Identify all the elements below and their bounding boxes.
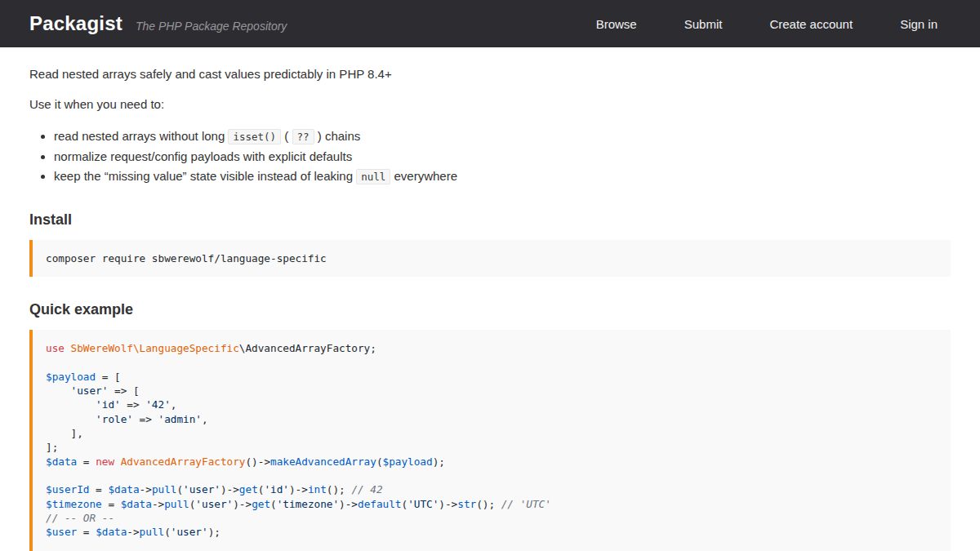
intro-paragraph: Read nested arrays safely and cast value…: [29, 65, 951, 84]
feature-list-item: read nested arrays without long isset() …: [54, 127, 951, 147]
nav-link-browse[interactable]: Browse: [596, 17, 637, 31]
brand-tagline: The PHP Package Repository: [136, 20, 287, 33]
example-heading: Quick example: [29, 301, 951, 318]
use-when-paragraph: Use it when you need to:: [29, 96, 951, 114]
example-code: use SbWereWolf\LanguageSpecific\Advanced…: [46, 342, 551, 551]
feature-list-item: keep the “missing value” state visible i…: [54, 167, 951, 187]
feature-list-item: normalize request/config payloads with e…: [54, 147, 951, 167]
nav-link-create-account[interactable]: Create account: [769, 17, 853, 31]
brand-logo[interactable]: Packagist: [29, 12, 122, 35]
brand-wrap: Packagist The PHP Package Repository: [29, 12, 287, 35]
nav-link-submit[interactable]: Submit: [684, 17, 723, 31]
inline-code: null: [356, 169, 390, 184]
readme-content: Read nested arrays safely and cast value…: [0, 47, 980, 551]
nav-links: BrowseSubmitCreate accountSign in: [549, 17, 938, 31]
feature-list: read nested arrays without long isset() …: [29, 127, 951, 187]
install-code-block: composer require sbwerewolf/language-spe…: [29, 240, 951, 277]
inline-code: isset(): [228, 129, 281, 144]
nav-link-sign-in[interactable]: Sign in: [900, 17, 938, 31]
navbar: Packagist The PHP Package Repository Bro…: [0, 0, 980, 47]
example-code-block: use SbWereWolf\LanguageSpecific\Advanced…: [29, 330, 951, 551]
inline-code: ??: [292, 129, 314, 144]
install-heading: Install: [29, 211, 951, 229]
install-code: composer require sbwerewolf/language-spe…: [46, 252, 327, 264]
